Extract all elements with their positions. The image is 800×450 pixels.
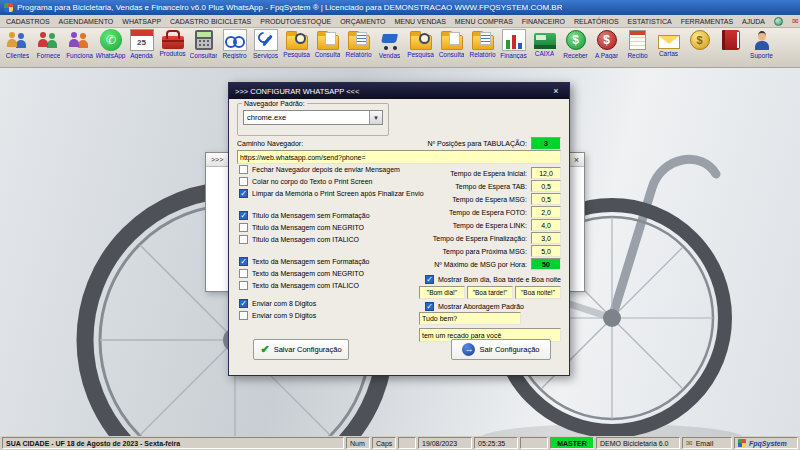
toolbar-button[interactable]: Relatório [343,29,374,67]
checkbox-box[interactable] [239,223,248,232]
checkbox-box[interactable] [425,302,434,311]
menu-item[interactable]: FINANCEIRO [522,18,565,25]
browser-select[interactable]: chrome.exe ▾ [243,110,383,125]
checkbox-label: Titulo da Mensagem com ITALICO [252,236,359,243]
checkbox-option[interactable]: Texto da Mensagem com NEGRITO [239,269,421,278]
timer-input[interactable]: 50 [531,258,561,270]
timer-input[interactable]: 0,5 [531,180,561,192]
checkbox-box[interactable] [239,177,248,186]
greetings-checkbox[interactable]: Mostrar Bom dia, Boa tarde e Boa noite [425,275,561,284]
book-icon [722,30,740,50]
checkbox-option[interactable]: Titulo da Mensagem com NEGRITO [239,223,421,232]
timer-input[interactable]: 4,0 [531,219,561,231]
toolbar-button[interactable]: Suporte [746,29,777,67]
toolbar-button[interactable]: Agenda [126,29,157,67]
menu-item[interactable]: AGENDAMENTO [59,18,114,25]
menu-item[interactable]: MENU VENDAS [395,18,446,25]
toolbar-button[interactable]: Consulta [436,29,467,67]
dialog-close-button[interactable]: × [549,86,563,96]
checkbox-box[interactable] [239,165,248,174]
exit-config-button[interactable]: → Sair Configuração [451,339,551,360]
dialog-titlebar[interactable]: >>> CONFIGURAR WHATSAPP <<< × [229,83,569,99]
toolbar-button[interactable]: WhatsApp [95,29,126,67]
chevron-down-icon[interactable]: ▾ [369,111,382,124]
toolbar-button[interactable]: Finanças [498,29,529,67]
timer-input[interactable]: 3,0 [531,232,561,244]
checkbox-box[interactable] [239,189,248,198]
checkbox-option[interactable]: Titulo da Mensagem sem Formatação [239,211,421,220]
timer-row: Tempo de Espera MSG: 0,5 [419,193,561,205]
checkbox-box[interactable] [425,275,434,284]
menu-item[interactable]: ORÇAMENTO [340,18,385,25]
checkbox-box[interactable] [239,281,248,290]
toolbar-button[interactable]: Fornece [33,29,64,67]
toolbar-button[interactable]: Relatório [467,29,498,67]
checkbox-option[interactable]: Enviar com 9 Digitos [239,311,421,320]
close-icon[interactable]: × [574,155,579,165]
toolbar-button[interactable]: Recibo [622,29,653,67]
menu-item[interactable]: MENU COMPRAS [455,18,513,25]
checkbox-label: Colar no corpo do Texto o Print Screen [252,178,373,185]
menu-item[interactable]: RELATÓRIOS [574,18,619,25]
save-config-button[interactable]: ✔ Salvar Configuração [253,339,349,360]
toolbar-button[interactable]: Serviços [250,29,281,67]
toolbar-button[interactable]: Registro [219,29,250,67]
checkbox-option[interactable]: Texto da Mensagem com ITALICO [239,281,421,290]
toolbar-button[interactable] [684,29,715,67]
menu-item[interactable]: CADASTROS [6,18,50,25]
checkbox-option[interactable]: Limpar da Memória o Print Screen após Fi… [239,189,421,198]
toolbar-button[interactable]: Consulta [312,29,343,67]
save-config-label: Salvar Configuração [274,345,342,354]
statusbar-email-button[interactable]: ✉ Email [682,437,732,449]
checkbox-option[interactable]: Titulo da Mensagem com ITALICO [239,235,421,244]
menu-item[interactable]: WHATSAPP [122,18,161,25]
approach-input-1[interactable]: Tudo bem? [419,312,521,325]
timer-label: Tempo de Espera LINK: [419,222,527,229]
checkbox-box[interactable] [239,269,248,278]
menu-item[interactable]: CADASTRO BICICLETAS [170,18,251,25]
toolbar-button[interactable] [715,29,746,67]
checkbox-option[interactable]: Colar no corpo do Texto o Print Screen [239,177,421,186]
toolbar-button[interactable]: Consultar [188,29,219,67]
checkbox-box[interactable] [239,235,248,244]
checkbox-label: Titulo da Mensagem com NEGRITO [252,224,364,231]
checkbox-option[interactable]: Enviar com 8 Digitos [239,299,421,308]
toolbar-button[interactable]: Cartas [653,29,684,67]
toolbar-button[interactable]: Produtos [157,29,188,67]
toolbar-button[interactable]: Clientes [2,29,33,67]
timer-input[interactable]: 5,0 [531,245,561,257]
toolbar-button[interactable]: Receber [560,29,591,67]
toolbar-button-label: Suporte [750,52,773,59]
toolbar-button[interactable]: Vendas [374,29,405,67]
menu-item-email[interactable]: ✉ E-MAIL [792,17,800,26]
people-icon [37,29,61,51]
toolbar-button[interactable]: A Pagar [591,29,622,67]
menu-item[interactable]: AJUDA [742,18,765,25]
tabulation-input[interactable]: 3 [531,137,561,150]
approach-checkbox[interactable]: Mostrar Abordagem Padrão [425,302,524,311]
checkbox-box[interactable] [239,299,248,308]
toolbar-button[interactable]: Pesquisa [405,29,436,67]
greeting-input[interactable]: "Boa tarde!" [467,286,513,299]
checkbox-box[interactable] [239,257,248,266]
path-input[interactable]: https://web.whatsapp.com/send?phone= [237,150,561,164]
timer-input[interactable]: 2,0 [531,206,561,218]
whatsapp-icon [100,29,122,51]
toolbar-button[interactable]: CAIXA [529,29,560,67]
checkbox-option[interactable]: Texto da Mensagem sem Formatação [239,257,421,266]
toolbar-button[interactable]: Funciona [64,29,95,67]
menu-item[interactable]: PRODUTO/ESTOQUE [260,18,331,25]
menu-item[interactable]: ESTATISTICA [628,18,672,25]
toolbar-button[interactable]: Pesquisa [281,29,312,67]
timer-input[interactable]: 12,0 [531,167,561,179]
greeting-input[interactable]: "Boa noite!" [515,286,561,299]
menu-item[interactable]: FERRAMENTAS [681,18,733,25]
checkbox-box[interactable] [239,211,248,220]
toolbar-button-label: Clientes [6,52,29,59]
statusbar-empty [520,437,548,449]
checkbox-option[interactable]: Fechar Navegador depois de enviar Mensag… [239,165,421,174]
greeting-input[interactable]: "Bom dia!" [419,286,465,299]
checkbox-box[interactable] [239,311,248,320]
timer-input[interactable]: 0,5 [531,193,561,205]
toolbar: Clientes Fornece Funciona WhatsApp Agend… [0,28,800,68]
